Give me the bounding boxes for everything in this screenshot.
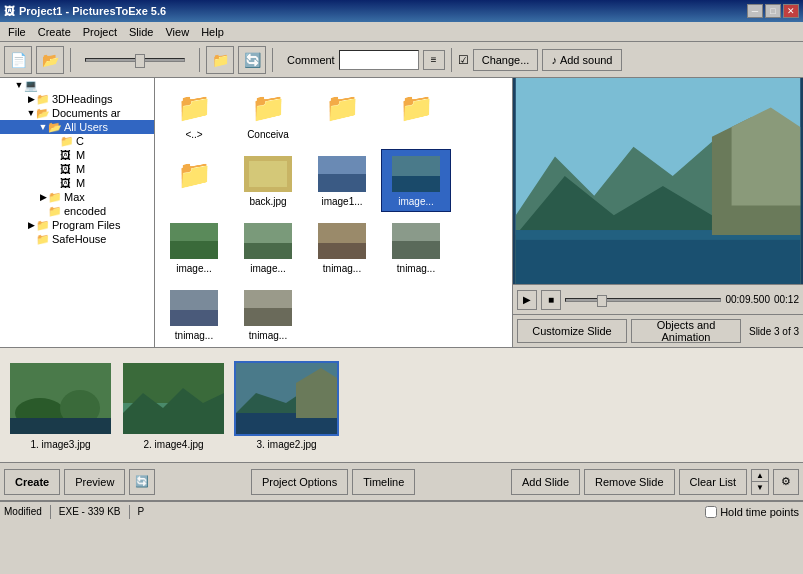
file-item-folder5[interactable]: 📁 (159, 149, 229, 212)
tree-label: SafeHouse (52, 233, 106, 245)
file-item-back[interactable]: back.jpg (233, 149, 303, 212)
time-slider[interactable] (565, 298, 721, 302)
menu-view[interactable]: View (159, 24, 195, 40)
comment-action-button[interactable]: ≡ (423, 50, 445, 70)
project-options-button[interactable]: Project Options (251, 469, 348, 495)
nav-down-button[interactable]: ▼ (752, 482, 768, 494)
thumb-item-1[interactable]: 1. image3.jpg (8, 361, 113, 450)
file-item-conceiva[interactable]: 📁 Conceiva (233, 82, 303, 145)
change-button[interactable]: Change... (473, 49, 539, 71)
menu-project[interactable]: Project (77, 24, 123, 40)
clear-list-button[interactable]: Clear List (679, 469, 747, 495)
file-item-tnimage4[interactable]: tnimag... (233, 283, 303, 346)
file-item-folder3[interactable]: 📁 (307, 82, 377, 145)
menubar: File Create Project Slide View Help (0, 22, 803, 42)
svg-rect-28 (10, 418, 111, 434)
comment-label: Comment (287, 54, 335, 66)
objects-animation-button[interactable]: Objects and Animation (631, 319, 741, 343)
stop-button[interactable]: ■ (541, 290, 561, 310)
open-button[interactable]: 📂 (36, 46, 64, 74)
maximize-button[interactable]: □ (765, 4, 781, 18)
folder-nav-button[interactable]: 📁 (206, 46, 234, 74)
status-p: P (138, 506, 145, 517)
refresh-icon-button[interactable]: 🔄 (129, 469, 155, 495)
tree-item-allusers[interactable]: ▼ 📂 All Users (0, 120, 154, 134)
thumb-image-1 (8, 361, 113, 436)
image-thumb (170, 288, 218, 328)
add-sound-button[interactable]: ♪ Add sound (542, 49, 621, 71)
settings-icon-button[interactable]: ⚙ (773, 469, 799, 495)
tree-item-max[interactable]: ▶ 📁 Max (0, 190, 154, 204)
tree-item-c[interactable]: 📁 C (0, 134, 154, 148)
thumb-item-3[interactable]: 3. image2.jpg (234, 361, 339, 450)
add-slide-button[interactable]: Add Slide (511, 469, 580, 495)
tree-item-m1[interactable]: 🖼 M (0, 148, 154, 162)
menu-file[interactable]: File (2, 24, 32, 40)
tree-item-programfiles[interactable]: ▶ 📁 Program Files (0, 218, 154, 232)
file-label: image... (398, 196, 434, 207)
titlebar: 🖼 Project1 - PicturesToExe 5.6 ─ □ ✕ (0, 0, 803, 22)
file-tree[interactable]: ▼ 💻 ▶ 📁 3DHeadings ▼ 📂 Documents ar ▼ 📂 … (0, 78, 155, 347)
time-thumb[interactable] (597, 295, 607, 307)
menu-help[interactable]: Help (195, 24, 230, 40)
comment-input[interactable] (339, 50, 419, 70)
file-item-image3[interactable]: image... (159, 216, 229, 279)
menu-create[interactable]: Create (32, 24, 77, 40)
toolbar-separator (70, 48, 71, 72)
hold-time-checkbox[interactable] (705, 506, 717, 518)
menu-slide[interactable]: Slide (123, 24, 159, 40)
file-label: tnimag... (323, 263, 361, 274)
thumb-item-2[interactable]: 2. image4.jpg (121, 361, 226, 450)
preview-image (513, 78, 803, 284)
tree-label: M (76, 177, 85, 189)
tree-item-documents[interactable]: ▼ 📂 Documents ar (0, 106, 154, 120)
file-label: Conceiva (247, 129, 289, 140)
play-button[interactable]: ▶ (517, 290, 537, 310)
preview-button[interactable]: Preview (64, 469, 125, 495)
customize-slide-button[interactable]: Customize Slide (517, 319, 627, 343)
tree-item-m3[interactable]: 🖼 M (0, 176, 154, 190)
close-button[interactable]: ✕ (783, 4, 799, 18)
tree-item-3dheadings[interactable]: ▶ 📁 3DHeadings (0, 92, 154, 106)
minimize-button[interactable]: ─ (747, 4, 763, 18)
folder-icon: 📁 (244, 87, 292, 127)
tree-label: Documents ar (52, 107, 120, 119)
new-button[interactable]: 📄 (4, 46, 32, 74)
file-item-image2[interactable]: image... (381, 149, 451, 212)
svg-rect-11 (318, 243, 366, 259)
file-item-tnimage2[interactable]: tnimag... (381, 216, 451, 279)
svg-rect-17 (244, 308, 292, 326)
file-browser[interactable]: 📁 <..> 📁 Conceiva 📁 📁 📁 (155, 78, 513, 347)
file-label: back.jpg (249, 196, 286, 207)
create-button[interactable]: Create (4, 469, 60, 495)
refresh-button[interactable]: 🔄 (238, 46, 266, 74)
nav-up-button[interactable]: ▲ (752, 470, 768, 482)
tree-item-safehouse[interactable]: 📁 SafeHouse (0, 232, 154, 246)
zoom-slider[interactable] (85, 58, 185, 62)
file-item-folder4[interactable]: 📁 (381, 82, 451, 145)
file-item-image4[interactable]: image... (233, 216, 303, 279)
status-sep2 (129, 505, 130, 519)
preview-buttons: Customize Slide Objects and Animation Sl… (513, 314, 803, 347)
timeline-button[interactable]: Timeline (352, 469, 415, 495)
nav-button-group: ▲ ▼ (751, 469, 769, 495)
preview-pane: ▶ ■ 00:09.500 00:12 Customize Slide Obje… (513, 78, 803, 347)
zoom-thumb[interactable] (135, 54, 145, 68)
svg-rect-1 (249, 161, 287, 187)
tree-item-m2[interactable]: 🖼 M (0, 162, 154, 176)
file-label: tnimag... (249, 330, 287, 341)
file-item-tnimage1[interactable]: tnimag... (307, 216, 377, 279)
tree-item-root[interactable]: ▼ 💻 (0, 78, 154, 92)
file-item-image1[interactable]: image1... (307, 149, 377, 212)
status-exe-size: EXE - 339 KB (59, 506, 121, 517)
file-label: image... (176, 263, 212, 274)
tree-item-encoded[interactable]: 📁 encoded (0, 204, 154, 218)
toolbar-separator4 (451, 48, 452, 72)
folder-icon: 📁 (170, 154, 218, 194)
file-item-up[interactable]: 📁 <..> (159, 82, 229, 145)
file-item-tnimage3[interactable]: tnimag... (159, 283, 229, 346)
file-label: image1... (321, 196, 362, 207)
checkbox-icon: ☑ (458, 53, 469, 67)
svg-rect-15 (170, 310, 218, 326)
remove-slide-button[interactable]: Remove Slide (584, 469, 674, 495)
